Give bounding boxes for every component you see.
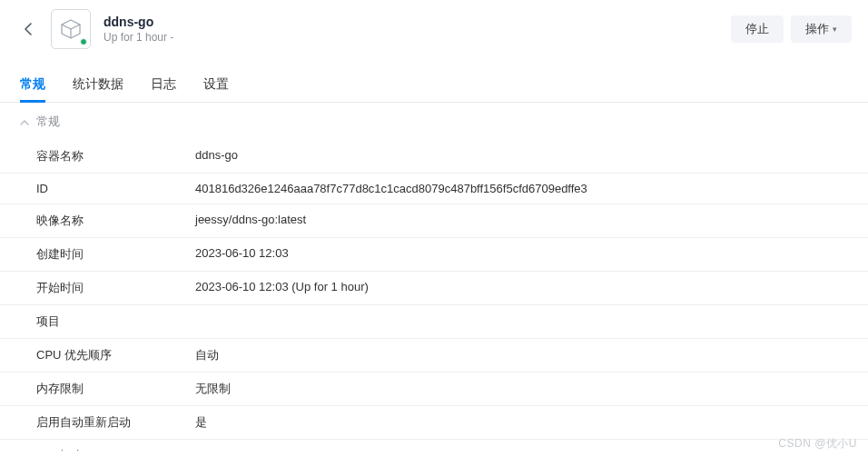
back-button[interactable] xyxy=(16,18,38,40)
tabs: 常规 统计数据 日志 设置 xyxy=(0,69,868,103)
row-mem-limit: 内存限制 无限制 xyxy=(0,373,868,406)
section-header-general[interactable]: 常规 xyxy=(0,104,868,140)
stop-button[interactable]: 停止 xyxy=(731,15,784,43)
container-icon xyxy=(51,9,91,49)
section-title: 常规 xyxy=(36,114,60,130)
chevron-down-icon: ▾ xyxy=(833,25,837,34)
row-cpu-priority: CPU 优先顺序 自动 xyxy=(0,339,868,373)
tab-stats[interactable]: 统计数据 xyxy=(73,69,123,102)
row-auto-restart: 启用自动重新启动 是 xyxy=(0,406,868,440)
row-image-name: 映像名称 jeessy/ddns-go:latest xyxy=(0,204,868,238)
tab-general[interactable]: 常规 xyxy=(20,69,45,102)
row-web-portal: 网页门户 xyxy=(0,440,868,451)
status-dot-running xyxy=(80,38,87,45)
tab-logs[interactable]: 日志 xyxy=(151,69,176,102)
chevron-up-icon xyxy=(20,119,29,125)
content-scroll[interactable]: 常规 容器名称 ddns-go ID 401816d326e1246aaa78f… xyxy=(0,103,868,451)
actions-button[interactable]: 操作▾ xyxy=(791,15,852,43)
watermark: CSDN @优小U xyxy=(778,436,857,452)
row-started: 开始时间 2023-06-10 12:03 (Up for 1 hour) xyxy=(0,272,868,305)
tab-settings[interactable]: 设置 xyxy=(203,69,229,102)
row-container-name: 容器名称 ddns-go xyxy=(0,140,868,174)
container-uptime: Up for 1 hour - xyxy=(104,31,173,44)
row-links: 项目 xyxy=(0,305,868,339)
container-title: ddns-go xyxy=(104,15,173,29)
row-id: ID 401816d326e1246aaa78f7c77d8c1c1cacd80… xyxy=(0,174,868,204)
row-created: 创建时间 2023-06-10 12:03 xyxy=(0,238,868,272)
